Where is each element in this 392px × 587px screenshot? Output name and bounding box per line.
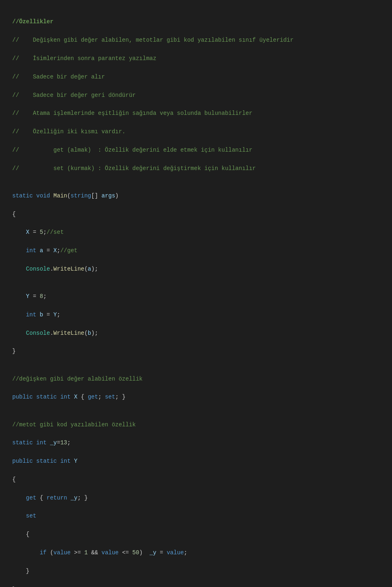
- line-4: // Sadece bir değer alır: [12, 72, 380, 81]
- line-20: }: [12, 347, 380, 356]
- line-34: }: [12, 585, 380, 587]
- line-27: public static int Y: [12, 457, 380, 466]
- line-5: // Sadece bir değer geri döndürür: [12, 91, 380, 100]
- line-31: {: [12, 530, 380, 539]
- line-15: Console.WriteLine(a);: [12, 264, 380, 273]
- line-25: //metot gibi kod yazılabilen özellik: [12, 420, 380, 429]
- line-13: X = 5;//set: [12, 228, 380, 237]
- line-30: set: [12, 511, 380, 520]
- line-1: //Özellikler: [12, 17, 380, 26]
- line-22: //değişken gibi değer alabilen özellik: [12, 374, 380, 383]
- line-8: // get (almak) : Özellik değerini elde e…: [12, 146, 380, 155]
- line-23: public static int X { get; set; }: [12, 392, 380, 401]
- line-11: static void Main(string[] args): [12, 191, 380, 200]
- line-32: if (value >= 1 && value <= 50) _y = valu…: [12, 548, 380, 557]
- line-33: }: [12, 567, 380, 576]
- line-29: get { return _y; }: [12, 493, 380, 502]
- line-26: static int _y=13;: [12, 438, 380, 447]
- line-18: int b = Y;: [12, 310, 380, 319]
- line-9: // set (kurmak) : Özellik değerini değiş…: [12, 164, 380, 173]
- line-7: // Özelliğin iki kısmı vardır.: [12, 127, 380, 136]
- line-14: int a = X;//get: [12, 246, 380, 255]
- line-12: {: [12, 210, 380, 219]
- code-editor: //Özellikler // Değişken gibi değer alab…: [12, 8, 380, 587]
- line-19: Console.WriteLine(b);: [12, 329, 380, 338]
- line-28: {: [12, 475, 380, 484]
- line-2: // Değişken gibi değer alabilen, metotla…: [12, 36, 380, 45]
- line-3: // İsimlerinden sonra parantez yazılmaz: [12, 54, 380, 63]
- line-17: Y = 8;: [12, 292, 380, 301]
- line-6: // Atama işlemlerinde eşitliğin sağında …: [12, 109, 380, 118]
